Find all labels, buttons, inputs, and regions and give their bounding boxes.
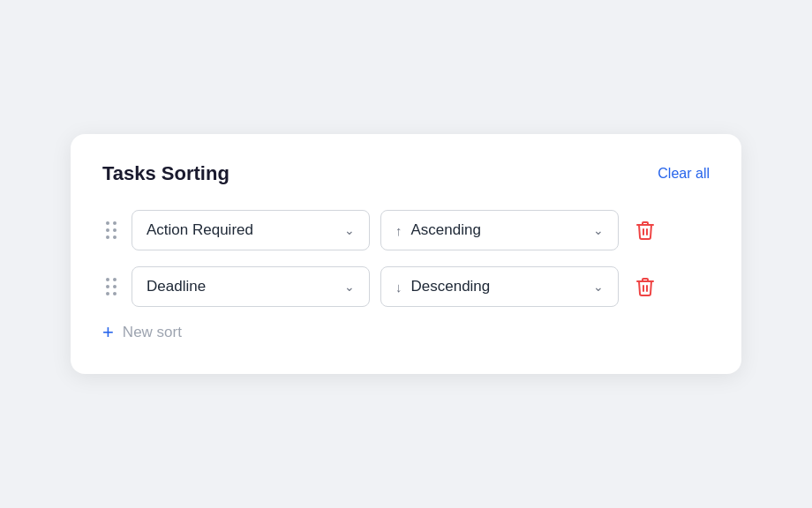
clear-all-button[interactable]: Clear all [658,166,710,182]
drag-handle-grid-1 [106,221,117,240]
card-header: Tasks Sorting Clear all [102,162,710,185]
plus-icon: + [102,323,114,342]
dot [106,221,109,225]
dot [106,285,109,288]
ascending-arrow-icon: ↑ [395,223,402,238]
dot [106,278,109,281]
trash-icon-1 [635,220,656,241]
chevron-down-icon-4: ⌄ [593,280,604,294]
dot [113,221,117,225]
field-dropdown-1[interactable]: Action Required ⌄ [132,210,370,250]
drag-handle-1[interactable] [102,218,121,243]
drag-handle-2[interactable] [102,274,121,300]
tasks-sorting-card: Tasks Sorting Clear all Action Required … [71,134,741,374]
field-dropdown-2-label: Deadline [147,278,337,295]
chevron-down-icon-2: ⌄ [593,223,604,237]
direction-content-2: ↓ Descending [395,278,490,295]
delete-row-1-button[interactable] [629,214,661,246]
field-dropdown-2[interactable]: Deadline ⌄ [132,266,370,307]
trash-icon-2 [635,276,656,297]
sort-row-1: Action Required ⌄ ↑ Ascending ⌄ [102,210,710,250]
dot [113,292,117,295]
descending-arrow-icon: ↓ [395,280,402,295]
direction-dropdown-2[interactable]: ↓ Descending ⌄ [380,266,619,307]
dot [113,278,117,281]
dot [113,235,117,239]
direction-content-1: ↑ Ascending [395,221,481,239]
direction-dropdown-1-label: Ascending [411,221,481,239]
new-sort-row[interactable]: + New sort [102,323,710,342]
direction-dropdown-1[interactable]: ↑ Ascending ⌄ [380,210,619,250]
delete-row-2-button[interactable] [629,271,661,303]
sort-row-2: Deadline ⌄ ↓ Descending ⌄ [102,266,710,307]
dot [106,228,109,232]
dot [106,292,109,295]
card-title: Tasks Sorting [102,162,229,185]
dot [113,285,117,288]
direction-dropdown-2-label: Descending [411,278,491,295]
chevron-down-icon: ⌄ [344,223,355,237]
drag-handle-grid-2 [106,278,117,296]
chevron-down-icon-3: ⌄ [344,280,355,294]
field-dropdown-1-label: Action Required [147,221,337,239]
dot [113,228,117,232]
dot [106,235,109,239]
new-sort-label: New sort [123,324,182,341]
